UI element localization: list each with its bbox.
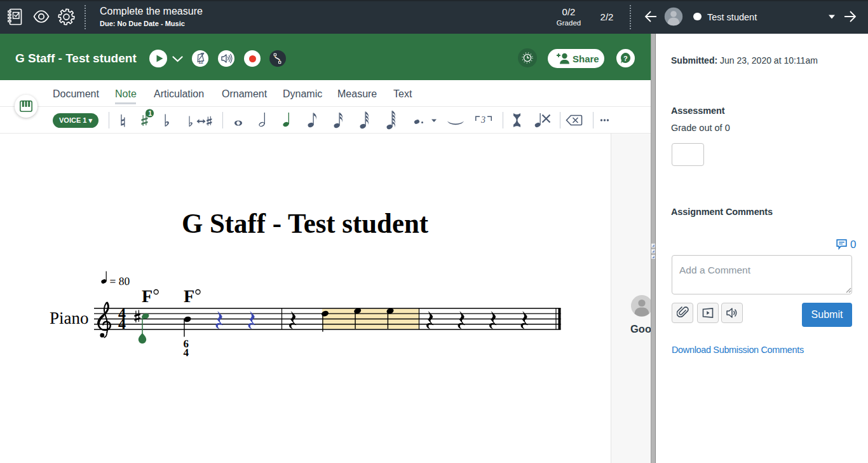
svg-text:12: 12	[198, 60, 203, 64]
svg-text:?: ?	[623, 55, 628, 62]
svg-text:Piano: Piano	[50, 308, 89, 328]
svg-text:4: 4	[118, 316, 126, 333]
svg-text:= 80: = 80	[110, 275, 130, 287]
svg-text:4: 4	[184, 347, 189, 359]
svg-text:F: F	[142, 287, 153, 307]
svg-text:1: 1	[149, 110, 153, 117]
svg-text:F: F	[184, 287, 194, 307]
svg-text:3: 3	[480, 115, 485, 125]
